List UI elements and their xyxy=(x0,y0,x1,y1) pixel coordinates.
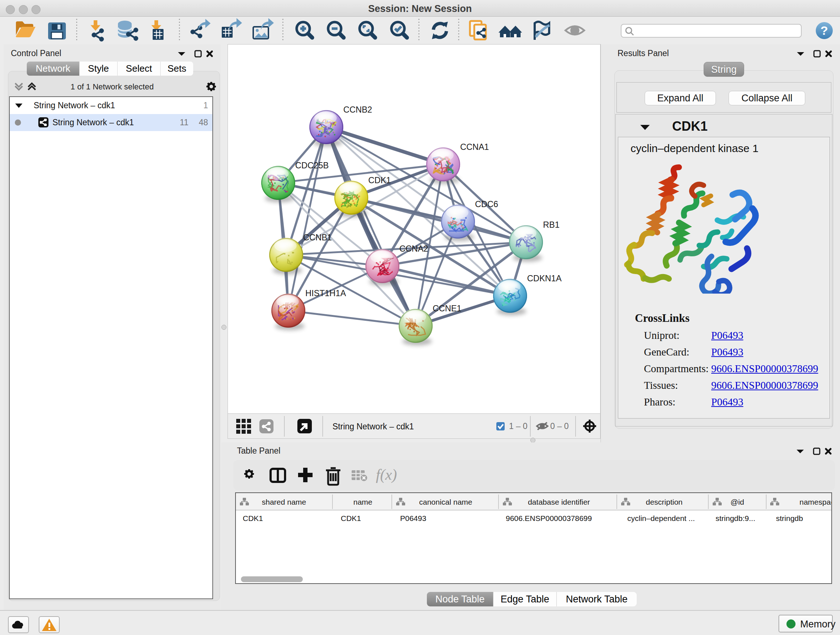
svg-text:CCNA1: CCNA1 xyxy=(460,142,489,152)
svg-text:canonical name: canonical name xyxy=(419,498,472,506)
svg-text:CDC6: CDC6 xyxy=(475,200,498,209)
svg-text:name: name xyxy=(354,498,373,506)
svg-text:database identifier: database identifier xyxy=(528,498,590,506)
svg-text:shared name: shared name xyxy=(262,498,306,506)
svg-text:CCNB2: CCNB2 xyxy=(343,105,372,114)
svg-text:CDC25B: CDC25B xyxy=(295,161,329,170)
svg-text:description: description xyxy=(646,498,683,506)
svg-text:HIST1H1A: HIST1H1A xyxy=(305,288,346,298)
svg-text:CCNA2: CCNA2 xyxy=(399,244,428,253)
svg-text:String Network – cdk1: String Network – cdk1 xyxy=(332,422,414,431)
svg-text:namespace: namespace xyxy=(799,498,831,506)
svg-text:CDKN1A: CDKN1A xyxy=(527,274,562,283)
svg-text:RB1: RB1 xyxy=(543,220,560,230)
svg-text:0 – 0: 0 – 0 xyxy=(550,421,569,431)
svg-text:f(x): f(x) xyxy=(376,466,397,483)
svg-text:CCNE1: CCNE1 xyxy=(433,304,462,313)
svg-text:CCNB1: CCNB1 xyxy=(303,233,332,242)
svg-text:@id: @id xyxy=(730,498,744,506)
svg-text:CDK1: CDK1 xyxy=(368,176,391,185)
svg-text:1 – 0: 1 – 0 xyxy=(509,421,527,431)
